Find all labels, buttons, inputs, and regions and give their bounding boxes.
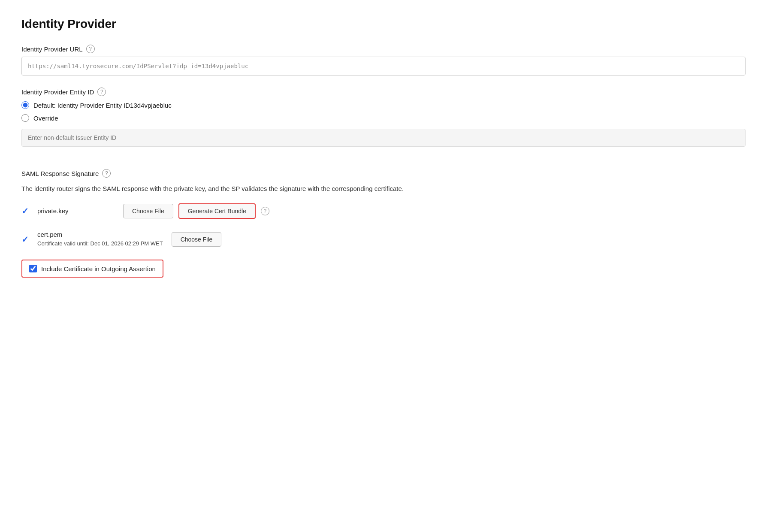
private-key-choose-file-button[interactable]: Choose File <box>123 204 173 218</box>
private-key-info: private.key <box>37 207 115 215</box>
default-entity-radio[interactable] <box>21 101 29 109</box>
saml-signature-description: The identity router signs the SAML respo… <box>21 184 536 194</box>
override-entity-radio[interactable] <box>21 114 29 122</box>
entity-id-help-icon[interactable]: ? <box>97 88 106 96</box>
default-entity-label: Default: Identity Provider Entity ID13d4… <box>33 102 172 109</box>
entity-id-radio-group: Default: Identity Provider Entity ID13d4… <box>21 101 746 122</box>
entity-id-label-text: Identity Provider Entity ID <box>21 88 94 96</box>
cert-pem-validity: Certificate valid until: Dec 01, 2026 02… <box>37 240 163 248</box>
entity-id-label: Identity Provider Entity ID ? <box>21 88 746 96</box>
default-radio-option[interactable]: Default: Identity Provider Entity ID13d4… <box>21 101 746 109</box>
idp-url-value: https://saml14.tyrosecure.com/IdPServlet… <box>28 63 248 70</box>
cert-pem-row: ✓ cert.pem Certificate valid until: Dec … <box>21 231 746 248</box>
private-key-filename: private.key <box>37 207 69 215</box>
entity-id-section: Identity Provider Entity ID ? Default: I… <box>21 88 746 159</box>
idp-url-label: Identity Provider URL ? <box>21 45 746 53</box>
include-cert-row[interactable]: Include Certificate in Outgoing Assertio… <box>21 260 163 278</box>
idp-url-help-icon[interactable]: ? <box>86 45 95 53</box>
include-cert-label: Include Certificate in Outgoing Assertio… <box>41 265 156 272</box>
cert-pem-choose-file-button[interactable]: Choose File <box>172 232 222 247</box>
saml-signature-help-icon[interactable]: ? <box>102 169 111 178</box>
page-title: Identity Provider <box>21 17 746 31</box>
private-key-row: ✓ private.key Choose File Generate Cert … <box>21 203 746 219</box>
saml-signature-label: SAML Response Signature ? <box>21 169 746 178</box>
saml-signature-section: SAML Response Signature ? The identity r… <box>21 169 746 278</box>
cert-pem-info: cert.pem Certificate valid until: Dec 01… <box>37 231 163 248</box>
include-cert-checkbox[interactable] <box>29 265 37 272</box>
override-radio-option[interactable]: Override <box>21 114 746 122</box>
cert-pem-checkmark: ✓ <box>21 234 29 245</box>
saml-signature-label-text: SAML Response Signature <box>21 170 99 177</box>
override-entity-input[interactable] <box>21 129 746 147</box>
private-key-buttons: Choose File Generate Cert Bundle ? <box>123 203 269 219</box>
idp-url-input-box[interactable]: https://saml14.tyrosecure.com/IdPServlet… <box>21 57 746 76</box>
idp-url-label-text: Identity Provider URL <box>21 45 83 53</box>
override-entity-label: Override <box>33 115 58 122</box>
generate-cert-bundle-button[interactable]: Generate Cert Bundle <box>178 203 256 219</box>
cert-pem-filename: cert.pem <box>37 231 163 238</box>
generate-cert-help-icon[interactable]: ? <box>261 207 269 215</box>
private-key-checkmark: ✓ <box>21 206 29 216</box>
